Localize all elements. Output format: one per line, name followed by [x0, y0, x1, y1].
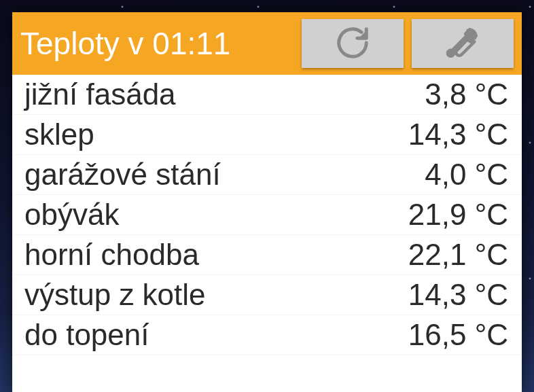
sensor-label: jižní fasáda: [24, 77, 176, 111]
sensor-value: 4,0 °C: [425, 158, 508, 192]
sensor-label: obývák: [24, 198, 119, 232]
list-item: garážové stání 4,0 °C: [12, 155, 522, 195]
sensor-value: 14,3 °C: [408, 278, 508, 312]
wrench-icon: [444, 24, 481, 63]
refresh-button[interactable]: [302, 19, 404, 68]
list-item: jižní fasáda 3,8 °C: [12, 75, 522, 115]
settings-button[interactable]: [412, 19, 514, 68]
sensor-value: 14,3 °C: [408, 118, 508, 152]
refresh-icon: [334, 24, 371, 63]
list-item: výstup z kotle 14,3 °C: [12, 275, 522, 315]
widget-header: Teploty v 01:11: [12, 12, 522, 75]
list-item: sklep 14,3 °C: [12, 115, 522, 155]
list-item: obývák 21,9 °C: [12, 195, 522, 235]
list-item: horní chodba 22,1 °C: [12, 235, 522, 275]
sensor-value: 3,8 °C: [425, 77, 508, 111]
sensor-value: 21,9 °C: [408, 198, 508, 232]
sensor-value: 22,1 °C: [408, 238, 508, 272]
sensor-label: do topení: [24, 318, 149, 352]
widget-title: Teploty v 01:11: [20, 25, 293, 62]
sensor-label: výstup z kotle: [24, 278, 206, 312]
sensor-label: horní chodba: [24, 238, 199, 272]
list-item: do topení 16,5 °C: [12, 315, 522, 355]
temperature-widget: Teploty v 01:11: [12, 12, 522, 392]
sensor-value: 16,5 °C: [408, 318, 508, 352]
sensor-label: garážové stání: [24, 158, 221, 192]
sensor-label: sklep: [24, 118, 94, 152]
temperature-list: jižní fasáda 3,8 °C sklep 14,3 °C garážo…: [12, 75, 522, 392]
